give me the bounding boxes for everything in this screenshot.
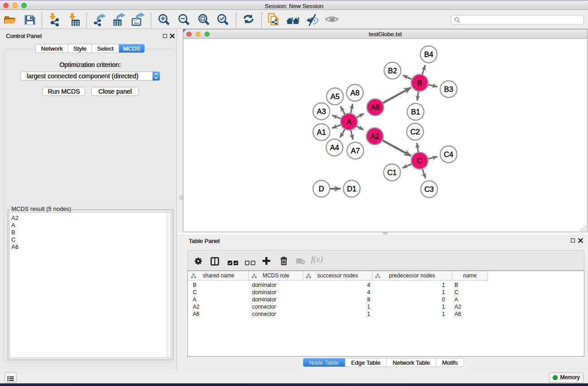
svg-text:B: B bbox=[417, 79, 422, 87]
svg-text:D: D bbox=[319, 185, 324, 193]
svg-text:B2: B2 bbox=[388, 67, 397, 75]
svg-text:B3: B3 bbox=[444, 85, 453, 93]
svg-text:A8: A8 bbox=[350, 89, 359, 97]
svg-text:C1: C1 bbox=[387, 168, 397, 176]
svg-text:C4: C4 bbox=[444, 150, 453, 158]
svg-text:A5: A5 bbox=[330, 92, 339, 100]
svg-text:B4: B4 bbox=[424, 50, 433, 58]
svg-text:A1: A1 bbox=[317, 128, 326, 136]
svg-text:D1: D1 bbox=[347, 185, 356, 193]
svg-text:A: A bbox=[346, 118, 351, 126]
svg-text:A2: A2 bbox=[370, 132, 379, 140]
svg-text:A6: A6 bbox=[371, 103, 380, 111]
svg-text:B1: B1 bbox=[411, 108, 420, 116]
svg-text:A3: A3 bbox=[317, 107, 326, 115]
svg-text:C2: C2 bbox=[410, 128, 420, 136]
svg-text:A4: A4 bbox=[330, 143, 339, 152]
svg-text:C: C bbox=[417, 157, 422, 165]
svg-text:A7: A7 bbox=[351, 147, 360, 155]
svg-text:C3: C3 bbox=[424, 185, 434, 193]
